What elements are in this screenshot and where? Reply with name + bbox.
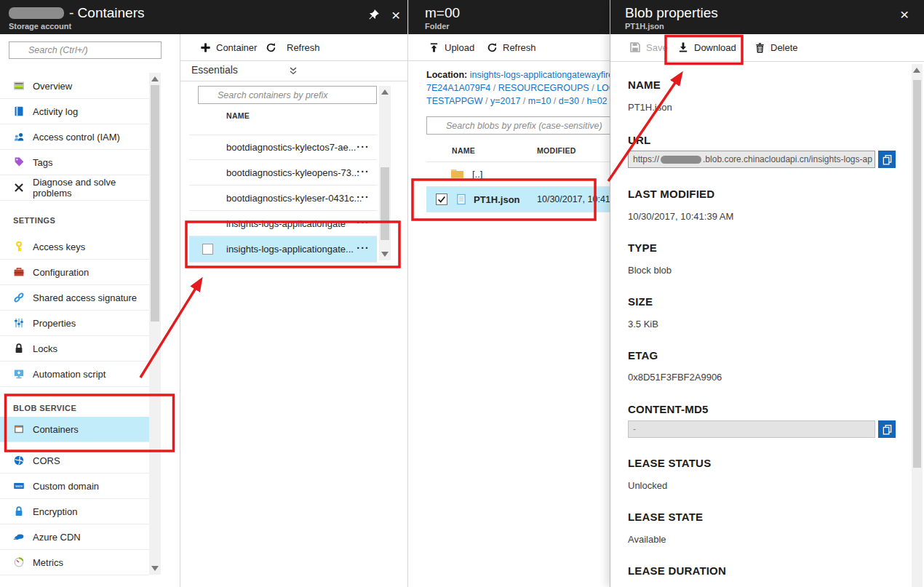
sidebar-item-containers[interactable]: Containers [0, 417, 149, 442]
blob-properties-blade: Blob properties PT1H.json × Save Downloa… [610, 0, 924, 587]
sidebar-item-properties[interactable]: Properties [0, 311, 149, 336]
scroll-up-arrow[interactable] [381, 89, 389, 95]
cdn-cloud-icon [13, 531, 25, 543]
azure-portal: - Containers Storage account × Overview … [0, 0, 924, 587]
scroll-down-arrow[interactable] [381, 252, 389, 257]
sidebar-item-diagnose[interactable]: Diagnose and solve problems [0, 175, 149, 201]
automation-script-icon [13, 368, 25, 380]
row-menu-dots[interactable]: ... [357, 188, 370, 200]
location-segment[interactable]: insights-logs-applicationgatewayfirew [470, 70, 610, 80]
close-icon[interactable]: × [391, 9, 405, 23]
sidebar-item-shared-access-signature[interactable]: Shared access signature [0, 285, 149, 311]
sidebar-item-locks[interactable]: Locks [0, 336, 149, 362]
sidebar-item-cors[interactable]: CORS [0, 448, 149, 474]
refresh-button[interactable]: Refresh [266, 34, 320, 60]
name-column-header[interactable]: NAME [452, 146, 475, 155]
sidebar-item-overview[interactable]: Overview [0, 73, 149, 99]
sidebar-item-encryption[interactable]: Encryption [0, 499, 149, 524]
blob-properties-header: Blob properties PT1H.json × [610, 0, 924, 34]
container-search-input[interactable] [198, 86, 377, 104]
copy-url-button[interactable] [878, 151, 896, 168]
sidebar-item-azure-cdn[interactable]: Azure CDN [0, 524, 149, 550]
folder-subtitle: Folder [425, 22, 450, 31]
location-segment[interactable]: d=30 [559, 96, 579, 106]
url-input[interactable]: https:// .blob.core.chinacloudapi.cn/ins… [628, 151, 875, 168]
sidebar-section-settings: SETTINGS [13, 216, 55, 225]
sidebar-item-automation-script[interactable]: Automation script [0, 362, 149, 387]
properties-title: Blob properties [625, 5, 718, 21]
type-value: Block blob [628, 265, 672, 276]
location-segment[interactable]: h=02 [586, 96, 607, 106]
scrollbar-thumb[interactable] [381, 167, 389, 240]
location-segment[interactable]: m=10 [528, 96, 551, 106]
container-row[interactable]: bootdiagnostics-kyleser-0431c... ... [189, 185, 377, 211]
metrics-gauge-icon [13, 556, 25, 568]
location-segment[interactable]: y=2017 [490, 96, 520, 106]
add-container-button[interactable]: Container [200, 34, 257, 60]
lock-icon [13, 343, 25, 354]
chevron-double-down-icon [288, 65, 298, 79]
sidebar-item-configuration[interactable]: Configuration [0, 260, 149, 285]
close-icon[interactable]: × [900, 9, 913, 22]
modified-column-header[interactable]: MODIFIED [537, 146, 576, 155]
container-list-scrollbar[interactable] [379, 86, 391, 260]
location-segment[interactable]: TESTAPPGW [426, 96, 483, 106]
file-icon [455, 193, 467, 207]
copy-icon [882, 424, 893, 435]
row-checkbox[interactable] [202, 244, 213, 255]
container-row[interactable]: bootdiagnostics-kylectos7-ae... ... [189, 135, 377, 160]
location-segment[interactable]: 7E24A1A079F4 [426, 83, 490, 93]
sidebar-item-access-keys[interactable]: Access keys [0, 234, 149, 260]
folder-title: m=00 [425, 5, 460, 21]
scrollbar-thumb[interactable] [913, 80, 921, 468]
essentials-bar[interactable]: Essentials [180, 60, 407, 81]
type-label: TYPE [628, 241, 657, 254]
download-button[interactable]: Download [677, 34, 736, 60]
location-segment[interactable]: RESOURCEGROUPS [498, 83, 589, 93]
name-field-label: NAME [628, 79, 661, 91]
location-segment[interactable]: LOGTESTA [597, 83, 610, 93]
scrollbar-thumb[interactable] [151, 85, 159, 322]
name-field-value: PT1H.json [628, 102, 672, 113]
blade-subtitle: Storage account [9, 22, 71, 31]
lease-duration-label: LEASE DURATION [628, 564, 726, 577]
save-button[interactable]: Save [629, 34, 668, 60]
row-menu-dots[interactable]: ... [357, 239, 370, 251]
pin-icon[interactable] [367, 9, 381, 22]
upload-button[interactable]: Upload [429, 34, 474, 60]
containers-icon [13, 423, 25, 435]
scroll-up-arrow[interactable] [151, 76, 159, 81]
svg-text:www: www [15, 484, 23, 488]
sidebar-search-input[interactable] [9, 41, 162, 59]
lease-status-value: Unlocked [628, 480, 667, 491]
container-row[interactable]: bootdiagnostics-kyleopens-73... ... [189, 160, 377, 185]
redacted-account-in-url [661, 156, 701, 164]
sidebar-item-custom-domain[interactable]: www Custom domain [0, 474, 149, 499]
scroll-down-arrow[interactable] [151, 566, 159, 571]
page-title: - Containers [9, 5, 145, 21]
sidebar-item-tags[interactable]: Tags [0, 150, 149, 175]
location-breadcrumb: Location: insights-logs-applicationgatew… [426, 68, 610, 108]
copy-md5-button[interactable] [878, 420, 896, 438]
etag-value: 0x8D51F3FBF2A9906 [628, 372, 722, 383]
delete-button[interactable]: Delete [754, 34, 798, 60]
container-row-selected[interactable]: insights-logs-applicationgate... ... [189, 236, 377, 263]
parent-folder-row[interactable]: [..] [426, 161, 610, 187]
properties-scrollbar[interactable] [912, 64, 923, 587]
name-column-header[interactable]: NAME [226, 111, 250, 120]
row-checkbox-checked[interactable] [436, 193, 447, 205]
sidebar-item-metrics[interactable]: Metrics [0, 550, 149, 575]
container-row[interactable]: insights-logs-applicationgate ... [189, 211, 377, 236]
row-menu-dots[interactable]: ... [357, 214, 370, 225]
sidebar-scrollbar[interactable] [149, 73, 161, 575]
refresh-button[interactable]: Refresh [487, 34, 536, 60]
scroll-up-arrow[interactable] [913, 68, 920, 73]
blob-search-input[interactable] [426, 116, 613, 135]
row-menu-dots[interactable]: ... [357, 163, 370, 175]
content-md5-input[interactable]: - [628, 420, 875, 438]
sidebar-item-activity-log[interactable]: Activity log [0, 99, 149, 124]
row-menu-dots[interactable]: ... [357, 138, 370, 150]
blob-row-selected[interactable]: PT1H.json 10/30/2017, 10:41:3 [426, 187, 610, 212]
sidebar-item-access-control[interactable]: Access control (IAM) [0, 124, 149, 150]
lease-state-value: Available [628, 534, 666, 545]
